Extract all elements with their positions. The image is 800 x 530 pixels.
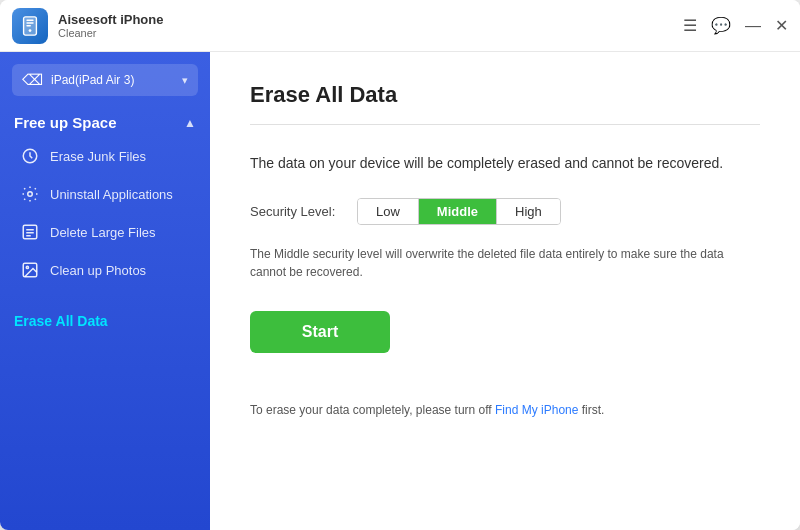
app-window: Aiseesoft iPhone Cleaner ☰ 💬 — ✕ ⌫ iPad(… [0,0,800,530]
footer-text-2: first. [578,403,604,417]
svg-point-12 [26,266,28,268]
tablet-icon: ⌫ [22,71,43,89]
chevron-down-icon: ▾ [182,74,188,87]
sidebar-item-uninstall[interactable]: Uninstall Applications [6,176,204,212]
security-options: Low Middle High [357,198,561,225]
security-low-button[interactable]: Low [358,199,419,224]
svg-rect-4 [26,25,31,26]
file-icon [20,222,40,242]
svg-point-6 [28,192,33,197]
device-selector[interactable]: ⌫ iPad(iPad Air 3) ▾ [12,64,198,96]
gear-icon [20,184,40,204]
security-high-button[interactable]: High [497,199,560,224]
main-layout: ⌫ iPad(iPad Air 3) ▾ Free up Space ▲ Era… [0,52,800,530]
sidebar-item-erase-junk[interactable]: Erase Junk Files [6,138,204,174]
sidebar-item-erase-all-data[interactable]: Erase All Data [0,305,210,337]
app-name: Aiseesoft iPhone [58,12,683,27]
footer-text-1: To erase your data completely, please tu… [250,403,495,417]
app-subtitle: Cleaner [58,27,683,39]
minimize-button[interactable]: — [745,17,761,35]
sidebar-erase-label: Erase All Data [14,313,108,329]
start-button[interactable]: Start [250,311,390,353]
close-button[interactable]: ✕ [775,16,788,35]
svg-rect-3 [26,22,33,23]
security-note: The Middle security level will overwrite… [250,245,760,281]
find-my-iphone-link[interactable]: Find My iPhone [495,403,578,417]
sidebar-item-clean-photos-label: Clean up Photos [50,263,146,278]
sidebar: ⌫ iPad(iPad Air 3) ▾ Free up Space ▲ Era… [0,52,210,530]
footer-note: To erase your data completely, please tu… [250,403,760,417]
menu-icon[interactable]: ☰ [683,16,697,35]
sidebar-item-delete-large-label: Delete Large Files [50,225,156,240]
svg-rect-2 [26,19,33,20]
divider [250,124,760,125]
title-bar: Aiseesoft iPhone Cleaner ☰ 💬 — ✕ [0,0,800,52]
app-title-block: Aiseesoft iPhone Cleaner [58,12,683,39]
clock-icon [20,146,40,166]
security-label: Security Level: [250,204,345,219]
warning-text: The data on your device will be complete… [250,153,760,174]
free-up-space-header: Free up Space ▲ [0,104,210,137]
content-area: Erase All Data The data on your device w… [210,52,800,530]
svg-point-1 [29,29,32,32]
device-name: iPad(iPad Air 3) [51,73,174,87]
chat-icon[interactable]: 💬 [711,16,731,35]
app-logo [12,8,48,44]
sidebar-item-erase-junk-label: Erase Junk Files [50,149,146,164]
sidebar-item-clean-photos[interactable]: Clean up Photos [6,252,204,288]
security-middle-button[interactable]: Middle [419,199,497,224]
sidebar-item-uninstall-label: Uninstall Applications [50,187,173,202]
image-icon [20,260,40,280]
page-title: Erase All Data [250,82,760,108]
security-level-row: Security Level: Low Middle High [250,198,760,225]
free-up-space-label: Free up Space [14,114,117,131]
window-controls: ☰ 💬 — ✕ [683,16,788,35]
sidebar-item-delete-large[interactable]: Delete Large Files [6,214,204,250]
collapse-icon[interactable]: ▲ [184,116,196,130]
